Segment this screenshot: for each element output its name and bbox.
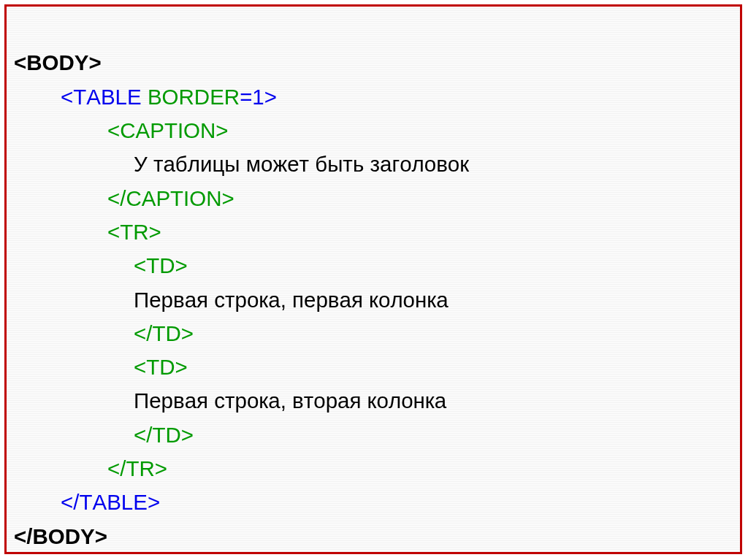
caption-open-tag: CAPTION: [120, 118, 215, 142]
code-block: <BODY> <TABLE BORDER=1> <CAPTION> У табл…: [14, 12, 740, 553]
td1-open-tag: TD: [146, 253, 175, 277]
table-close-gt: >: [148, 490, 160, 514]
tr-close-lt: <: [107, 456, 120, 480]
tr-open-gt: >: [149, 220, 161, 244]
body-close-gt: >: [95, 524, 107, 548]
tr-open-tag: TR: [120, 220, 148, 244]
td2-close-gt: >: [181, 423, 194, 447]
tr-close-tag: /TR: [120, 456, 155, 480]
td1-text: Первая строка, первая колонка: [134, 288, 449, 312]
caption-text: У таблицы может быть заголовок: [134, 152, 469, 176]
caption-open-gt: >: [215, 118, 228, 142]
td1-close-gt: >: [181, 321, 194, 345]
table-border-attr: BORDER: [142, 85, 240, 109]
caption-close-gt: >: [222, 186, 234, 210]
body-open-lt: <: [14, 50, 26, 74]
table-close-tag: /TABLE: [73, 490, 148, 514]
table-open-tag: TABLE: [73, 85, 141, 109]
body-close-lt: <: [14, 524, 26, 548]
td2-close-lt: <: [134, 423, 146, 447]
td2-open-gt: >: [175, 355, 188, 379]
body-open-tag: BODY: [26, 50, 88, 74]
body-open-gt: >: [88, 50, 101, 74]
caption-close-lt: <: [107, 186, 120, 210]
td1-open-gt: >: [175, 253, 188, 277]
tr-open-lt: <: [107, 220, 120, 244]
table-open-lt: <: [61, 85, 73, 109]
table-close-lt: <: [61, 490, 73, 514]
td1-close-tag: /TD: [146, 321, 181, 345]
td1-close-lt: <: [134, 321, 146, 345]
table-eq1-gt: =1>: [240, 85, 277, 109]
td2-text: Первая строка, вторая колонка: [134, 388, 446, 413]
td1-open-lt: <: [134, 253, 146, 277]
tr-close-gt: >: [155, 456, 167, 480]
code-frame: <BODY> <TABLE BORDER=1> <CAPTION> У табл…: [4, 4, 742, 554]
td2-close-tag: /TD: [146, 423, 181, 447]
caption-close-tag: /CAPTION: [120, 186, 221, 210]
td2-open-tag: TD: [146, 355, 175, 379]
td2-open-lt: <: [134, 355, 146, 379]
body-close-tag: /BODY: [26, 524, 94, 548]
caption-open-lt: <: [107, 118, 120, 142]
